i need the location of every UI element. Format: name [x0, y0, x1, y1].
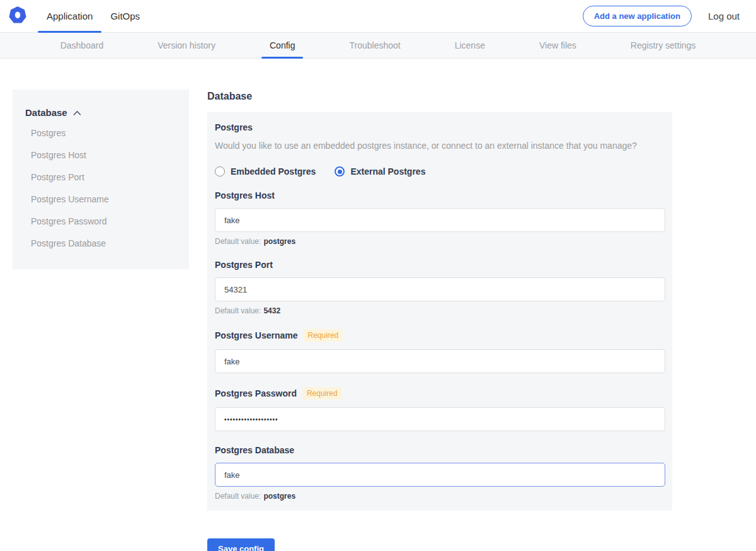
radio-selected-icon[interactable] — [335, 166, 345, 177]
postgres-group-label: Postgres — [215, 122, 665, 132]
radio-external-label: External Postgres — [350, 166, 425, 177]
config-page: Database Postgres Postgres Host Postgres… — [0, 59, 756, 551]
sidebar-item-postgres-database[interactable]: Postgres Database — [25, 237, 176, 250]
postgres-port-input[interactable] — [215, 277, 665, 301]
field-postgres-host: Postgres Host Default value:postgres — [215, 190, 665, 246]
required-badge: Required — [304, 329, 343, 342]
default-value-label: Default value: — [215, 237, 261, 246]
subnav-item-troubleshoot[interactable]: Troubleshoot — [341, 33, 408, 58]
subnav-item-view-files[interactable]: View files — [531, 33, 585, 58]
radio-embedded-label: Embedded Postgres — [231, 166, 316, 177]
subnav-item-config[interactable]: Config — [261, 33, 303, 58]
config-sidebar: Database Postgres Postgres Host Postgres… — [13, 90, 189, 269]
postgres-password-input[interactable] — [215, 407, 665, 431]
tab-gitops[interactable]: GitOps — [101, 0, 149, 32]
radio-embedded-postgres[interactable]: Embedded Postgres — [215, 166, 316, 177]
save-config-button[interactable]: Save config — [207, 538, 275, 551]
subnav-item-version-history[interactable]: Version history — [149, 33, 224, 58]
default-value-text: postgres — [263, 237, 295, 246]
postgres-database-input[interactable] — [215, 463, 665, 487]
default-value-text: postgres — [263, 492, 295, 501]
radio-unselected-icon[interactable] — [215, 166, 225, 177]
postgres-radio-group: Embedded Postgres External Postgres — [215, 166, 665, 177]
subnav-item-dashboard[interactable]: Dashboard — [52, 33, 112, 58]
add-application-button[interactable]: Add a new application — [583, 6, 692, 26]
database-config-card: Postgres Would you like to use an embedd… — [207, 112, 672, 511]
sidebar-item-postgres[interactable]: Postgres — [25, 127, 176, 140]
config-main: Database Postgres Would you like to use … — [207, 90, 672, 551]
top-nav-right: Add a new application Log out — [583, 0, 756, 32]
tab-gitops-label: GitOps — [110, 11, 140, 21]
default-value-label: Default value: — [215, 306, 261, 315]
field-postgres-database: Postgres Database Default value:postgres — [215, 445, 665, 501]
radio-external-postgres[interactable]: External Postgres — [335, 166, 425, 177]
replicated-logo-icon — [9, 6, 26, 26]
sidebar-item-postgres-host[interactable]: Postgres Host — [25, 149, 176, 162]
postgres-username-label: Postgres Username Required — [215, 329, 665, 342]
app-logo[interactable] — [6, 0, 38, 32]
subnav-item-license[interactable]: License — [447, 33, 493, 58]
subnav-item-registry-settings[interactable]: Registry settings — [622, 33, 704, 58]
postgres-password-label: Postgres Password Required — [215, 387, 665, 400]
sidebar-item-postgres-port[interactable]: Postgres Port — [25, 171, 176, 184]
postgres-port-default: Default value:5432 — [215, 306, 665, 315]
default-value-label: Default value: — [215, 492, 261, 501]
postgres-database-label: Postgres Database — [215, 445, 665, 455]
sidebar-group-label: Database — [25, 107, 67, 118]
section-title: Database — [207, 91, 672, 102]
postgres-host-input[interactable] — [215, 208, 665, 232]
field-postgres-password: Postgres Password Required — [215, 387, 665, 431]
field-postgres-port: Postgres Port Default value:5432 — [215, 260, 665, 315]
required-badge: Required — [302, 387, 342, 400]
postgres-password-label-text: Postgres Password — [215, 388, 297, 398]
logout-link[interactable]: Log out — [708, 11, 740, 21]
tab-application-label: Application — [47, 11, 93, 21]
postgres-username-label-text: Postgres Username — [215, 330, 298, 340]
tab-application[interactable]: Application — [38, 0, 101, 32]
top-nav: Application GitOps Add a new application… — [0, 0, 756, 33]
app-sub-nav: Dashboard Version history Config Trouble… — [0, 33, 756, 59]
sidebar-group-database[interactable]: Database — [25, 107, 176, 118]
sidebar-item-postgres-username[interactable]: Postgres Username — [25, 193, 176, 206]
postgres-group-help: Would you like to use an embedded postgr… — [215, 140, 665, 152]
postgres-host-label: Postgres Host — [215, 190, 665, 200]
chevron-up-icon — [73, 110, 81, 116]
postgres-host-default: Default value:postgres — [215, 237, 665, 246]
postgres-username-input[interactable] — [215, 349, 665, 373]
default-value-text: 5432 — [263, 306, 280, 315]
postgres-port-label: Postgres Port — [215, 260, 665, 270]
postgres-database-default: Default value:postgres — [215, 492, 665, 501]
sidebar-item-postgres-password[interactable]: Postgres Password — [25, 215, 176, 228]
field-postgres-username: Postgres Username Required — [215, 329, 665, 373]
